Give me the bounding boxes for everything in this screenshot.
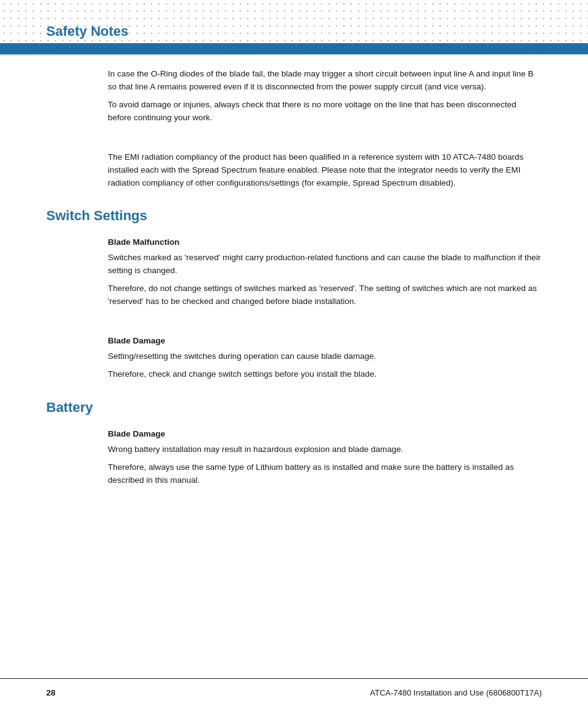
- blade-damage-battery-block: Blade Damage Wrong battery installation …: [108, 428, 542, 487]
- blade-malfunction-para-2: Therefore, do not change settings of swi…: [108, 282, 542, 308]
- footer-page-number: 28: [46, 688, 55, 697]
- oring-para-2: To avoid damage or injuries, always chec…: [108, 99, 542, 125]
- blade-damage-switch-para-2: Therefore, check and change switch setti…: [108, 368, 542, 381]
- blade-malfunction-para-1: Switches marked as 'reserved' might carr…: [108, 252, 542, 277]
- page-footer: 28 ATCA-7480 Installation and Use (68068…: [0, 678, 588, 706]
- oring-para-1: In case the O-Ring diodes of the blade f…: [108, 68, 542, 94]
- main-content: In case the O-Ring diodes of the blade f…: [0, 55, 588, 552]
- oring-text-block: In case the O-Ring diodes of the blade f…: [108, 68, 542, 125]
- gray-wave: [0, 54, 588, 55]
- blade-damage-switch-para-1: Setting/resetting the switches during op…: [108, 350, 542, 363]
- switch-settings-heading: Switch Settings: [46, 208, 542, 224]
- blade-damage-switch-block: Blade Damage Setting/resetting the switc…: [108, 335, 542, 381]
- blade-malfunction-title: Blade Malfunction: [108, 236, 542, 249]
- page-header: Safety Notes: [0, 0, 588, 55]
- blade-damage-battery-title: Blade Damage: [108, 428, 542, 441]
- blade-malfunction-block: Blade Malfunction Switches marked as 're…: [108, 236, 542, 308]
- dotted-background: Safety Notes: [0, 0, 588, 43]
- blade-damage-battery-para-2: Therefore, always use the same type of L…: [108, 461, 542, 487]
- blade-damage-switch-title: Blade Damage: [108, 335, 542, 348]
- footer-doc-reference: ATCA-7480 Installation and Use (6806800T…: [370, 688, 542, 697]
- blue-bar: [0, 43, 588, 54]
- emi-para-1: The EMI radiation compliancy of the prod…: [108, 151, 542, 190]
- page-title: Safety Notes: [46, 23, 128, 39]
- battery-heading: Battery: [46, 400, 542, 416]
- blade-damage-battery-para-1: Wrong battery installation may result in…: [108, 443, 542, 456]
- emi-text-block: The EMI radiation compliancy of the prod…: [108, 151, 542, 190]
